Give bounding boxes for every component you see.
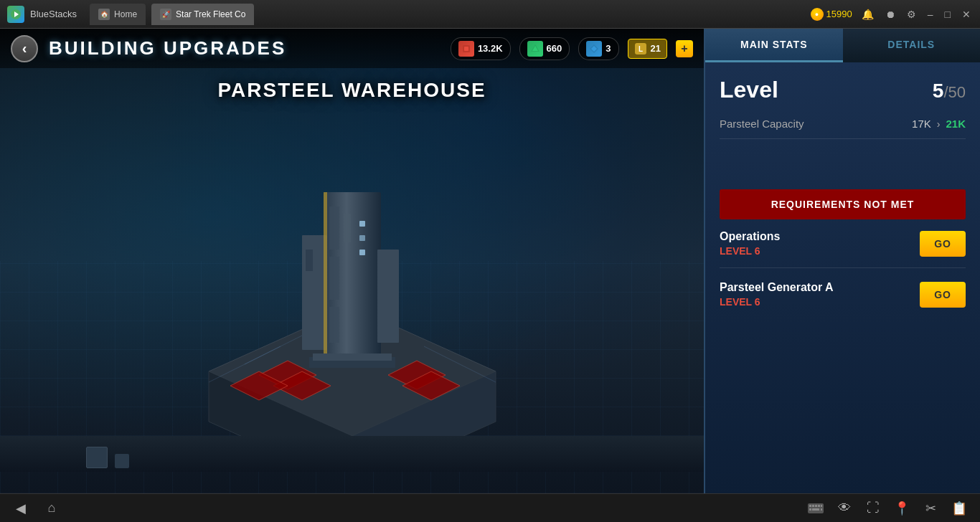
building-name: PARSTEEL WAREHOUSE: [217, 79, 486, 102]
svg-rect-24: [329, 307, 339, 343]
keyboard-icon[interactable]: [806, 498, 826, 518]
req-operations-info: Operations LEVEL 6: [720, 230, 780, 257]
coins-value: 15990: [826, 9, 852, 19]
game-icon: 🚀: [160, 9, 171, 20]
ground-floor: [0, 436, 704, 472]
building-tower: [281, 192, 424, 407]
close-btn[interactable]: ✕: [960, 9, 973, 20]
go-parsteel-button[interactable]: GO: [920, 282, 966, 308]
req-operations-level: LEVEL 6: [720, 245, 780, 257]
record-icon[interactable]: ⏺: [883, 9, 897, 20]
stat-name: Parsteel Capacity: [720, 118, 804, 130]
svg-rect-37: [812, 505, 814, 507]
svg-rect-31: [359, 235, 365, 241]
resource-bar: 13.2K 660 3 L: [451, 37, 693, 60]
coin-icon: ●: [811, 8, 824, 21]
tab-details[interactable]: DETAILS: [843, 29, 981, 62]
tab-details-label: DETAILS: [887, 39, 935, 50]
dilithium-value: 3: [606, 43, 611, 54]
svg-rect-39: [818, 505, 820, 507]
req-parsteel-name: Parsteel Generator A: [720, 281, 834, 294]
svg-text:L: L: [638, 45, 642, 53]
level-label: Level: [720, 77, 778, 103]
svg-rect-27: [306, 250, 313, 271]
restore-btn[interactable]: □: [943, 9, 953, 20]
panel-content: Level 5/50 Parsteel Capacity 17K › 21K R…: [705, 62, 980, 493]
requirement-parsteel-gen: Parsteel Generator A LEVEL 6 GO: [720, 281, 966, 318]
arrow-icon: ›: [937, 118, 941, 130]
parsteel-value: 13.2K: [478, 43, 503, 54]
back-button[interactable]: ‹: [11, 35, 38, 62]
svg-rect-38: [815, 505, 817, 507]
game-area: ‹ BUILDING UPGRADES 13.2K 660: [0, 29, 980, 493]
home-taskbar-icon[interactable]: ⌂: [42, 498, 62, 518]
scissors-icon[interactable]: ✂: [920, 498, 941, 518]
svg-rect-25: [344, 214, 351, 242]
home-tab-label: Home: [114, 9, 137, 19]
svg-rect-28: [377, 250, 399, 343]
eye-icon[interactable]: 👁: [834, 498, 854, 518]
panel-tabs: MAIN STATS DETAILS: [705, 29, 980, 62]
taskbar-right-controls: 👁 ⛶ 📍 ✂ 📋: [806, 498, 969, 518]
latinum-value: 21: [651, 43, 661, 54]
building-scene: [0, 149, 704, 472]
bell-icon[interactable]: 🔔: [859, 9, 876, 20]
fullscreen-icon[interactable]: ⛶: [863, 498, 883, 518]
add-latinum-button[interactable]: +: [676, 40, 693, 57]
parsteel-icon: [458, 41, 474, 57]
svg-rect-30: [359, 221, 365, 227]
stat-next-value: 21K: [946, 118, 966, 130]
svg-rect-40: [821, 505, 822, 507]
go-operations-label: GO: [934, 238, 951, 250]
taskbar: ◀ ⌂ 👁 ⛶ 📍 ✂ 📋: [0, 493, 980, 522]
requirements-text: REQUIREMENTS NOT MET: [771, 199, 915, 210]
game-topbar: ‹ BUILDING UPGRADES 13.2K 660: [0, 29, 704, 68]
stat-parsteel-capacity: Parsteel Capacity 17K › 21K: [720, 118, 966, 139]
svg-rect-43: [821, 508, 822, 511]
titlebar-controls: ● 15990 🔔 ⏺ ⚙ – □ ✕: [811, 8, 973, 21]
title-bar: BlueStacks 🏠 Home 🚀 Star Trek Fleet Co ●…: [0, 0, 980, 29]
tritanium-resource: 660: [519, 37, 570, 60]
game-tab[interactable]: 🚀 Star Trek Fleet Co: [151, 4, 254, 25]
bluestacks-logo: [7, 6, 24, 23]
svg-rect-3: [464, 47, 468, 51]
coins-display: ● 15990: [811, 8, 852, 21]
svg-rect-41: [809, 508, 811, 511]
tab-main-stats[interactable]: MAIN STATS: [705, 29, 843, 62]
level-display: Level 5/50: [720, 77, 966, 103]
plus-icon: +: [681, 42, 687, 55]
req-parsteel-info: Parsteel Generator A LEVEL 6: [720, 281, 834, 308]
requirement-operations: Operations LEVEL 6 GO: [720, 230, 966, 268]
right-panel: MAIN STATS DETAILS Level 5/50 Parsteel C…: [704, 29, 980, 493]
home-tab[interactable]: 🏠 Home: [90, 4, 146, 25]
menu-icon[interactable]: 📋: [949, 498, 969, 518]
minimize-btn[interactable]: –: [925, 9, 936, 20]
go-operations-button[interactable]: GO: [920, 231, 966, 257]
game-tab-label: Star Trek Fleet Co: [176, 9, 245, 19]
back-taskbar-icon[interactable]: ◀: [11, 498, 31, 518]
svg-rect-23: [329, 257, 339, 300]
req-operations-name: Operations: [720, 230, 780, 243]
go-parsteel-label: GO: [934, 289, 951, 300]
req-parsteel-level: LEVEL 6: [720, 296, 834, 308]
level-max: 50: [948, 83, 966, 101]
tritanium-icon: [527, 41, 543, 57]
svg-rect-32: [359, 250, 365, 255]
dilithium-resource: 3: [578, 37, 618, 60]
settings-icon[interactable]: ⚙: [905, 9, 918, 20]
latinum-resource: L 21: [628, 39, 667, 59]
latinum-icon: L: [634, 42, 647, 55]
level-current: 5: [933, 80, 944, 102]
requirements-banner: REQUIREMENTS NOT MET: [720, 189, 966, 219]
dilithium-icon: [586, 41, 602, 57]
svg-rect-29: [324, 192, 327, 364]
stat-value-group: 17K › 21K: [912, 118, 966, 130]
home-icon: 🏠: [98, 9, 110, 20]
svg-rect-34: [313, 353, 392, 361]
tritanium-value: 660: [547, 43, 562, 54]
building-platform: [173, 293, 532, 450]
location-icon[interactable]: 📍: [892, 498, 912, 518]
app-name: BlueStacks: [30, 9, 77, 19]
page-title: BUILDING UPGRADES: [49, 37, 286, 60]
level-value-group: 5/50: [933, 80, 966, 103]
